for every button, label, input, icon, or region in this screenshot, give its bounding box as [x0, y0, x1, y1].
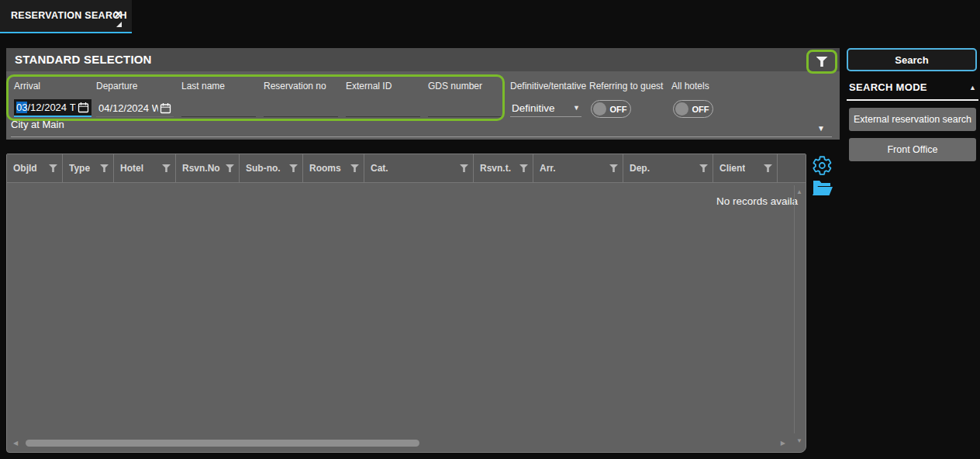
- tab-reservation-search[interactable]: RESERVATION SEARCH ✕: [0, 0, 132, 33]
- gds-number-label: GDS number: [428, 81, 482, 91]
- gear-icon[interactable]: [812, 155, 833, 176]
- toggle-state: OFF: [688, 105, 713, 114]
- panel-header: STANDARD SELECTION: [6, 48, 840, 71]
- column-header-hotel[interactable]: Hotel: [114, 154, 176, 182]
- hotel-selector-value[interactable]: City at Main: [11, 119, 64, 130]
- collapse-arrow-icon: ▲: [969, 84, 976, 91]
- arrival-date-input[interactable]: 03/12/2024 Tu: [14, 99, 91, 117]
- hotel-selector-chevron-down-icon[interactable]: ▼: [817, 124, 825, 133]
- front-office-button[interactable]: Front Office: [849, 138, 976, 161]
- column-filter-icon[interactable]: [100, 164, 109, 172]
- last-name-label: Last name: [181, 81, 225, 91]
- column-header-sub-no[interactable]: Sub-no.: [240, 154, 303, 182]
- last-name-input[interactable]: [181, 99, 256, 117]
- search-mode-title: SEARCH MODE: [849, 81, 969, 93]
- all-hotels-toggle[interactable]: OFF: [673, 100, 713, 118]
- gds-number-input[interactable]: [428, 99, 502, 117]
- calendar-icon[interactable]: [160, 102, 171, 114]
- column-header-arr[interactable]: Arr.: [533, 154, 623, 182]
- tab-title: RESERVATION SEARCH: [11, 10, 127, 21]
- chevron-down-icon: ▼: [573, 104, 580, 112]
- dropdown-value: Definitive: [512, 102, 573, 114]
- right-sidebar: Search SEARCH MODE ▲ External reservatio…: [847, 48, 978, 161]
- column-label: Hotel: [120, 163, 143, 174]
- column-header-client[interactable]: Client: [713, 154, 778, 182]
- results-header-row: ObjIdTypeHotelRsvn.NoSub-no.RoomsCat.Rsv…: [7, 154, 806, 183]
- column-label: Dep.: [630, 163, 650, 174]
- field-definitive-tentative: Definitive/tentative Definitive ▼: [507, 71, 585, 123]
- search-button[interactable]: Search: [847, 48, 977, 71]
- calendar-icon[interactable]: [78, 102, 89, 113]
- day-abbrev: Tu: [70, 102, 76, 113]
- column-filter-icon[interactable]: [350, 164, 359, 172]
- section-divider: [847, 99, 978, 101]
- scroll-left-icon[interactable]: ◀: [13, 440, 18, 447]
- arrival-label: Arrival: [14, 81, 40, 91]
- column-filter-icon[interactable]: [609, 164, 618, 172]
- tab-corner-icon: [116, 22, 122, 27]
- field-all-hotels: All hotels OFF: [668, 71, 749, 123]
- toggle-knob: [675, 102, 688, 116]
- column-label: Sub-no.: [246, 163, 281, 174]
- column-filter-icon[interactable]: [519, 164, 528, 172]
- column-label: Cat.: [371, 163, 388, 174]
- standard-selection-panel: STANDARD SELECTION Arrival 03/12/2024 Tu: [6, 48, 840, 140]
- definitive-tentative-label: Definitive/tentative: [510, 81, 586, 91]
- scroll-right-icon[interactable]: ▶: [781, 440, 785, 447]
- field-last-name: Last name: [178, 71, 259, 123]
- app-window: RESERVATION SEARCH ✕ STANDARD SELECTION …: [0, 0, 980, 459]
- column-header-rsvn-t[interactable]: Rsvn.t.: [474, 154, 533, 182]
- column-header-type[interactable]: Type: [63, 154, 114, 182]
- column-label: Rsvn.t.: [480, 163, 511, 174]
- field-reservation-no: Reservation no: [261, 71, 341, 123]
- toggle-knob: [593, 102, 606, 116]
- close-icon[interactable]: ✕: [114, 9, 122, 20]
- external-id-label: External ID: [346, 81, 392, 91]
- column-filter-icon[interactable]: [289, 164, 298, 172]
- search-mode-section-header[interactable]: SEARCH MODE ▲: [847, 81, 978, 93]
- column-filter-icon[interactable]: [226, 164, 234, 172]
- column-filter-icon[interactable]: [162, 164, 171, 172]
- column-filter-icon[interactable]: [764, 164, 772, 172]
- column-label: Arr.: [540, 163, 556, 174]
- hotel-selector-underline: [11, 136, 832, 137]
- external-reservation-search-button[interactable]: External reservation search: [849, 108, 976, 131]
- open-folder-icon[interactable]: [812, 179, 833, 196]
- column-label: Type: [69, 163, 90, 174]
- toggle-state: OFF: [606, 105, 630, 114]
- column-label: Rooms: [309, 163, 341, 174]
- filter-button[interactable]: [806, 50, 837, 74]
- all-hotels-label: All hotels: [671, 81, 709, 91]
- external-id-input[interactable]: [346, 99, 420, 117]
- column-header-rsvn-no[interactable]: Rsvn.No: [176, 154, 240, 182]
- field-arrival: Arrival 03/12/2024 Tu: [11, 71, 95, 123]
- departure-date-input[interactable]: 04/12/2024 We: [96, 99, 174, 117]
- date-rest: /12/2024: [27, 102, 67, 113]
- field-external-id: External ID: [343, 71, 423, 123]
- column-header-dep[interactable]: Dep.: [623, 154, 713, 182]
- vertical-scrollbar[interactable]: ▲ ▼: [794, 185, 804, 433]
- referring-to-guest-label: Referring to guest: [589, 81, 663, 91]
- empty-results-message: No records availa: [716, 195, 798, 207]
- panel-title: STANDARD SELECTION: [15, 53, 152, 66]
- horizontal-scrollbar[interactable]: ◀ ▶: [13, 439, 785, 448]
- reservation-no-label: Reservation no: [264, 81, 326, 91]
- table-tools: [812, 155, 837, 196]
- scroll-down-icon[interactable]: ▼: [796, 437, 802, 444]
- column-header-objid[interactable]: ObjId: [7, 154, 63, 182]
- column-label: Rsvn.No: [182, 163, 220, 174]
- scrollbar-thumb[interactable]: [26, 440, 419, 447]
- column-filter-icon[interactable]: [699, 164, 708, 172]
- column-filter-icon[interactable]: [49, 164, 57, 172]
- column-filter-icon[interactable]: [460, 164, 468, 172]
- column-header-cat[interactable]: Cat.: [364, 154, 474, 182]
- selected-date-part: 03: [16, 102, 27, 113]
- column-header-rooms[interactable]: Rooms: [303, 154, 364, 182]
- scroll-up-icon[interactable]: ▲: [796, 188, 802, 195]
- referring-to-guest-toggle[interactable]: OFF: [591, 100, 631, 118]
- definitive-tentative-dropdown[interactable]: Definitive ▼: [510, 99, 581, 117]
- selection-form: Arrival 03/12/2024 Tu Departure 04/12/20…: [6, 71, 840, 140]
- filter-icon: [816, 57, 828, 67]
- results-table: ObjIdTypeHotelRsvn.NoSub-no.RoomsCat.Rsv…: [6, 154, 806, 453]
- reservation-no-input[interactable]: [264, 99, 338, 117]
